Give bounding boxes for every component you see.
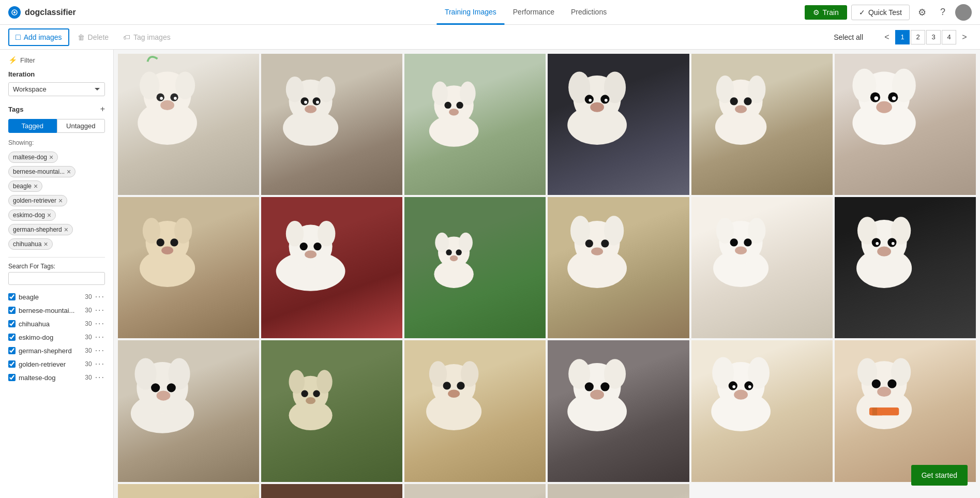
tag-images-button[interactable]: 🏷 Tag images [117,30,177,44]
svg-point-106 [316,370,333,394]
image-cell-19[interactable] [118,484,259,498]
train-button[interactable]: ⚙ Train [805,5,847,20]
tag-more-bernese[interactable]: ··· [95,306,105,315]
image-cell-9[interactable] [404,197,546,338]
tab-training-images[interactable]: Training Images [436,1,505,25]
image-cell-6[interactable] [835,54,976,195]
tag-list-item-german-shepherd: german-shepherd 30 ··· [8,344,105,357]
add-images-button[interactable]: □ Add images [8,28,69,46]
svg-point-35 [605,99,608,102]
svg-point-121 [585,383,594,391]
svg-point-9 [160,97,163,100]
app-logo: dogclassifier [8,6,76,19]
svg-point-49 [876,101,892,113]
tag-chip-bernese-mountain: bernese-mountai... × [8,166,76,177]
filter-icon: ⚡ [8,56,17,64]
image-cell-7[interactable] [118,197,259,338]
image-cell-11[interactable] [691,197,833,338]
remove-tag-german-shepherd[interactable]: × [64,225,68,234]
tag-chip-golden-retriever: golden-retriever × [8,195,67,206]
tag-checkbox-eskimo[interactable] [8,334,16,341]
image-cell-10[interactable] [548,197,689,338]
svg-point-77 [585,239,593,247]
page-next-button[interactable]: > [957,30,972,44]
image-cell-21[interactable] [404,484,546,498]
image-cell-3[interactable] [404,54,546,195]
showing-label: Showing: [8,139,105,146]
image-cell-14[interactable] [261,340,402,481]
tag-checkbox-bernese[interactable] [8,307,16,314]
tag-checkbox-beagle[interactable] [8,293,16,300]
image-cell-18[interactable] [835,340,976,481]
tab-performance[interactable]: Performance [505,1,563,25]
add-tag-button[interactable]: + [100,104,105,114]
quick-test-button[interactable]: ✓ Quick Test [851,5,910,20]
svg-point-123 [591,390,605,400]
tag-checkbox-german-shepherd[interactable] [8,347,16,354]
tagged-toggle[interactable]: Tagged [8,119,57,133]
help-button[interactable]: ? [934,4,951,21]
remove-tag-maltese-dog[interactable]: × [49,153,53,161]
tags-label: Tags [8,105,23,113]
remove-tag-golden-retriever[interactable]: × [58,197,63,205]
page-3-button[interactable]: 3 [926,30,941,44]
svg-point-79 [592,248,604,255]
svg-point-102 [157,391,171,401]
tag-search-input[interactable] [8,272,105,285]
tag-checkbox-maltese-dog[interactable] [8,374,16,381]
tag-more-golden-retriever[interactable]: ··· [95,359,105,369]
remove-tag-chihuahua[interactable]: × [43,240,48,248]
page-prev-button[interactable]: < [880,30,894,44]
image-cell-1[interactable] [118,54,259,195]
remove-tag-bernese-mountain[interactable]: × [67,168,71,176]
svg-point-130 [734,390,748,400]
svg-point-95 [892,242,895,245]
tag-more-chihuahua[interactable]: ··· [95,319,105,328]
page-1-button[interactable]: 1 [895,30,910,44]
select-all-button[interactable]: Select all [827,30,869,44]
image-grid-area [114,50,980,498]
image-cell-17[interactable] [691,340,833,481]
svg-point-34 [589,99,592,102]
image-cell-8[interactable] [261,197,402,338]
iteration-select[interactable]: Workspace Iteration 1 Iteration 2 [8,82,105,96]
top-nav: dogclassifier Training Images Performanc… [0,0,980,25]
tag-checkbox-chihuahua[interactable] [8,320,16,327]
iteration-label: Iteration [8,70,105,78]
tag-more-german-shepherd[interactable]: ··· [95,346,105,355]
image-cell-12[interactable] [835,197,976,338]
toolbar: □ Add images 🗑 Delete 🏷 Tag images Selec… [0,25,980,50]
delete-button[interactable]: 🗑 Delete [71,30,115,44]
image-cell-2[interactable] [261,54,402,195]
svg-rect-141 [872,408,877,415]
filter-label: Filter [20,56,35,64]
svg-point-57 [170,238,178,246]
delete-icon: 🗑 [78,33,85,41]
remove-tag-beagle[interactable]: × [34,182,38,190]
tab-predictions[interactable]: Predictions [563,1,615,25]
tag-chip-german-shepherd: german-shepherd × [8,224,73,235]
page-4-button[interactable]: 4 [942,30,956,44]
image-cell-22[interactable] [548,484,689,498]
tag-checkbox-golden-retriever[interactable] [8,360,16,368]
image-cell-5[interactable] [691,54,833,195]
nav-actions: ⚙ Train ✓ Quick Test ⚙ ? [805,4,972,21]
get-started-button[interactable]: Get started [911,465,968,486]
settings-button[interactable]: ⚙ [914,4,930,21]
image-cell-15[interactable] [404,340,546,481]
page-2-button[interactable]: 2 [911,30,925,44]
untagged-toggle[interactable]: Untagged [57,119,105,133]
remove-tag-eskimo-dog[interactable]: × [47,211,51,219]
tag-more-eskimo[interactable]: ··· [95,333,105,342]
image-cell-4[interactable] [548,54,689,195]
image-cell-20[interactable] [261,484,402,498]
tag-more-beagle[interactable]: ··· [95,292,105,301]
svg-point-64 [314,243,322,250]
avatar[interactable] [955,4,972,21]
image-cell-13[interactable] [118,340,259,481]
add-images-icon: □ [16,33,21,42]
tag-more-maltese-dog[interactable]: ··· [95,373,105,382]
image-cell-16[interactable] [548,340,689,481]
svg-point-115 [457,382,465,390]
svg-point-19 [316,101,319,104]
